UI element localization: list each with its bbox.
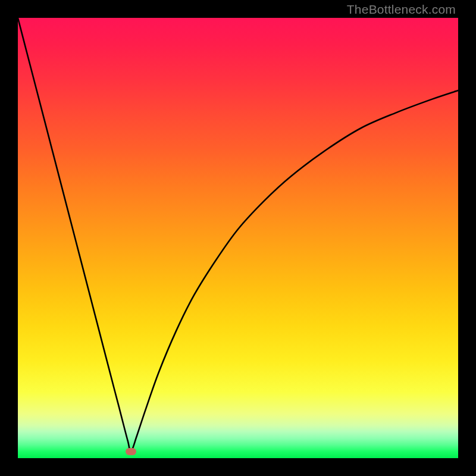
minimum-marker xyxy=(126,448,136,455)
curve-layer xyxy=(18,18,458,458)
watermark-text: TheBottleneck.com xyxy=(347,2,456,17)
chart-frame xyxy=(18,18,458,458)
bottleneck-curve xyxy=(18,18,458,452)
